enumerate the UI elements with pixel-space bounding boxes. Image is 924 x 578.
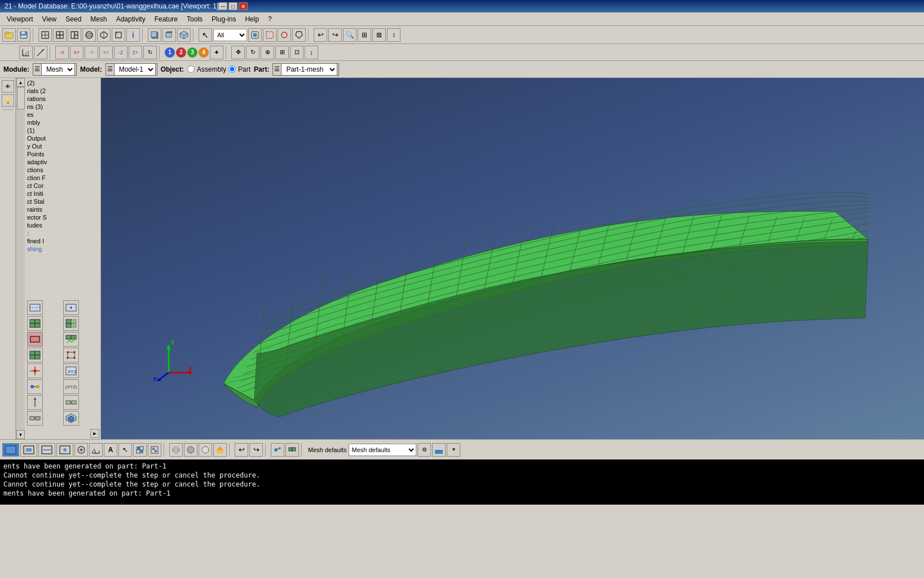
assembly-radio[interactable] — [187, 65, 195, 73]
tree-item-3[interactable]: ns (3) — [26, 103, 99, 111]
tb-fit-view-button[interactable]: ⊡ — [290, 46, 303, 59]
close-button[interactable]: ✕ — [239, 2, 248, 10]
tool-element-type[interactable] — [27, 332, 43, 347]
tree-item-18[interactable]: tudes — [26, 221, 99, 229]
tool-mesh-stats[interactable]: ✓ — [27, 348, 43, 362]
menu-plugins[interactable]: Plug-ins — [207, 14, 240, 24]
tb-pan-button[interactable]: ✥ — [231, 46, 245, 59]
tree-item-4[interactable]: es — [26, 111, 99, 119]
tool-node-tools[interactable] — [27, 364, 43, 378]
tb-y-pos-button[interactable]: Y+ — [99, 46, 113, 59]
bt-render-highlight[interactable] — [213, 443, 227, 457]
bt-display-group2[interactable] — [148, 443, 161, 457]
tb-view6[interactable] — [112, 28, 125, 42]
menu-adaptivity[interactable]: Adaptivity — [112, 14, 150, 24]
bt-mesh-color[interactable] — [432, 443, 446, 457]
tb-cursor-button[interactable]: ↖ — [199, 28, 212, 42]
tb-zoom-box-button[interactable]: ⊞ — [275, 46, 289, 59]
tree-item-15[interactable]: ct Stal — [26, 198, 99, 205]
tb-select1[interactable] — [248, 28, 262, 42]
module-dropdown[interactable]: Mesh — [41, 63, 75, 76]
mesh-defaults-dropdown[interactable]: Mesh defaults — [349, 444, 416, 456]
tb-view3[interactable] — [68, 28, 81, 42]
tb-y-neg-button[interactable]: -Y — [85, 46, 98, 59]
tree-item-7[interactable]: Output — [26, 134, 99, 142]
bt-select-all[interactable] — [2, 443, 19, 457]
bt-select-edge[interactable] — [38, 443, 55, 457]
tb-arrow-updown[interactable]: ↕ — [387, 28, 401, 42]
tb-axis-grid[interactable] — [19, 46, 33, 59]
part-dropdown[interactable]: Part-1-mesh — [281, 63, 337, 76]
bt-cursor-mode[interactable]: ↖ — [118, 443, 132, 457]
bt-measure[interactable] — [89, 443, 103, 457]
tool-seed-edge[interactable] — [27, 300, 43, 315]
tb-select2[interactable] — [263, 28, 276, 42]
scroll-thumb[interactable] — [17, 87, 25, 110]
tb-x-neg-button[interactable]: -X — [55, 46, 69, 59]
tb-zoom-in-button[interactable]: 🔍 — [343, 28, 357, 42]
bt-render-solid[interactable] — [184, 443, 197, 457]
tree-item-17[interactable]: ector S — [26, 213, 99, 221]
bt-text-label[interactable]: A — [104, 443, 117, 457]
menu-help[interactable]: Help — [240, 14, 263, 24]
tb-rotate-button[interactable]: ↻ — [143, 46, 157, 59]
tool-edit-node[interactable] — [27, 379, 43, 394]
tree-item-16[interactable]: raints — [26, 205, 99, 213]
bt-select-face[interactable] — [20, 443, 37, 457]
tb-z-pos-button[interactable]: Z+ — [129, 46, 142, 59]
strip-light-button[interactable]: 💡 — [2, 94, 14, 107]
tb-3d-front[interactable] — [148, 28, 161, 42]
tree-item-6[interactable]: (1) — [26, 126, 99, 134]
tree-item-19[interactable]: : — [26, 229, 99, 237]
bt-mesh-options[interactable]: ⚙ — [417, 443, 431, 457]
tb-star-button[interactable]: ✦ — [210, 46, 223, 59]
tb-view2[interactable] — [53, 28, 67, 42]
tb-select3[interactable] — [278, 28, 291, 42]
bt-mesh-color-down[interactable]: ▼ — [447, 443, 460, 457]
tb-axis-arrow[interactable] — [34, 46, 47, 59]
tool-constraint2[interactable] — [27, 411, 43, 426]
menu-feature[interactable]: Feature — [150, 14, 182, 24]
sidebar-scrollbar[interactable]: ▲ ▼ — [16, 78, 25, 439]
tb-undo-button[interactable]: ↩ — [314, 28, 327, 42]
tree-item-21[interactable]: shing — [26, 245, 99, 253]
tool-mesh-part[interactable] — [27, 316, 43, 331]
tree-item-12[interactable]: ction F — [26, 174, 99, 182]
tool-verify-mesh[interactable] — [63, 332, 79, 347]
model-dropdown[interactable]: Model-1 — [114, 63, 156, 76]
tool-assign-mesh-ctrl[interactable]: XYZ — [63, 364, 79, 378]
menu-view[interactable]: View — [37, 14, 61, 24]
tree-item-11[interactable]: ctions — [26, 166, 99, 174]
tb-save-button[interactable] — [17, 28, 30, 42]
tb-select4[interactable] — [292, 28, 306, 42]
scroll-down-arrow[interactable]: ▼ — [16, 430, 25, 439]
tool-datum-axis[interactable] — [27, 395, 43, 410]
strip-eye-button[interactable]: 👁 — [2, 80, 14, 93]
tool-coord-sys[interactable]: (XYZ) — [63, 379, 79, 394]
menu-tools[interactable]: Tools — [182, 14, 207, 24]
tree-item-1[interactable]: rials (2 — [26, 87, 99, 95]
tb-rotate3d-button[interactable]: ↻ — [246, 46, 259, 59]
part-radio[interactable] — [228, 65, 236, 73]
menu-seed[interactable]: Seed — [61, 14, 86, 24]
bt-display-group1[interactable] — [133, 443, 147, 457]
tool-special-mesh[interactable] — [63, 411, 79, 426]
tb-z-neg-button[interactable]: -Z — [114, 46, 127, 59]
minimize-button[interactable]: ─ — [218, 2, 227, 10]
tb-3d-top[interactable] — [162, 28, 176, 42]
tree-item-10[interactable]: adaptiv — [26, 158, 99, 166]
bt-mesh-node[interactable] — [271, 443, 284, 457]
bt-mesh-element[interactable] — [285, 443, 299, 457]
tb-redo-button[interactable]: ↪ — [328, 28, 342, 42]
tb-zoom-button[interactable]: ⊕ — [261, 46, 274, 59]
tb-view5[interactable] — [97, 28, 111, 42]
bt-query[interactable] — [74, 443, 88, 457]
tool-edit-mesh[interactable] — [63, 348, 79, 362]
tb-view1[interactable] — [38, 28, 52, 42]
bt-select-vertex[interactable] — [56, 443, 73, 457]
menu-viewport[interactable]: Viewport — [2, 14, 37, 24]
tree-item-20[interactable]: fined I — [26, 237, 99, 245]
menu-help-icon[interactable]: ? — [263, 14, 276, 24]
tree-item-5[interactable]: mbly — [26, 119, 99, 126]
bt-render-hidden[interactable] — [199, 443, 212, 457]
